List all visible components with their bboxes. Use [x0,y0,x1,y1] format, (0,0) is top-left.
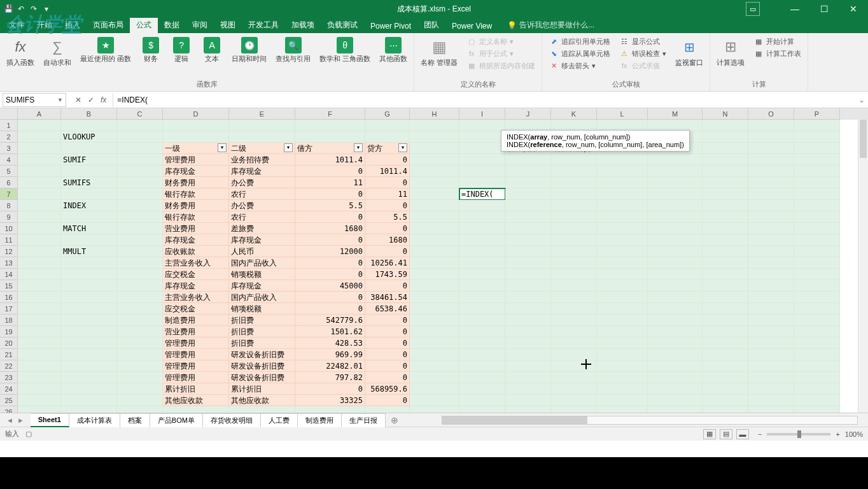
expand-formula-icon[interactable]: ⌄ [855,96,868,104]
cell-F19[interactable]: 1501.62 [295,326,365,337]
cell-C22[interactable] [117,360,163,372]
sheet-tab[interactable]: 产品BOM单 [150,413,203,427]
cell-M17[interactable] [648,303,703,315]
cell-L15[interactable] [597,280,648,292]
cell-N5[interactable] [703,166,748,177]
filter-dropdown-icon[interactable]: ▾ [354,143,363,152]
cell-P6[interactable] [794,177,840,188]
cell-G15[interactable]: 0 [365,280,410,292]
cell-M23[interactable] [648,372,703,383]
cell-N21[interactable] [703,349,748,360]
cell-D6[interactable]: 财务费用 [163,177,229,188]
cell-G24[interactable]: 568959.6 [365,383,410,395]
calc-sheet-button[interactable]: ▦计算工作表 [751,48,804,59]
cell-H15[interactable] [410,280,459,292]
cell-B25[interactable] [61,395,117,406]
row-header[interactable]: 2 [0,131,18,143]
cell-J6[interactable] [505,177,551,188]
cell-F2[interactable] [295,131,365,143]
cell-F1[interactable] [295,120,365,131]
row-header[interactable]: 12 [0,246,18,257]
cell-I10[interactable] [459,223,505,234]
row-header[interactable]: 22 [0,360,18,372]
cell-E4[interactable]: 业务招待费 [229,154,295,166]
cell-A23[interactable] [18,372,61,383]
cell-M24[interactable] [648,383,703,395]
cell-P26[interactable] [794,406,840,413]
cell-O12[interactable] [748,246,794,257]
cell-G19[interactable]: 0 [365,326,410,337]
cell-I13[interactable] [459,257,505,269]
cell-M8[interactable] [648,200,703,211]
cell-E19[interactable]: 折旧费 [229,326,295,337]
cell-L19[interactable] [597,326,648,337]
cell-P16[interactable] [794,292,840,303]
cell-P13[interactable] [794,257,840,269]
tab-file[interactable]: 文件 [3,17,31,33]
cell-F17[interactable]: 0 [295,303,365,315]
cell-J8[interactable] [505,200,551,211]
cell-K25[interactable] [551,395,597,406]
row-header[interactable]: 25 [0,395,18,406]
cell-F14[interactable]: 0 [295,269,365,280]
cell-F5[interactable]: 0 [295,166,365,177]
cell-G14[interactable]: 1743.59 [365,269,410,280]
cell-D12[interactable]: 应收账款 [163,246,229,257]
cell-P18[interactable] [794,315,840,326]
row-header[interactable]: 21 [0,349,18,360]
cell-B1[interactable] [61,120,117,131]
cell-G21[interactable]: 0 [365,349,410,360]
view-break-icon[interactable]: ▬ [736,429,749,439]
cell-H6[interactable] [410,177,459,188]
cell-B18[interactable] [61,315,117,326]
cell-M19[interactable] [648,326,703,337]
cell-G10[interactable]: 0 [365,223,410,234]
cell-J10[interactable] [505,223,551,234]
cell-L10[interactable] [597,223,648,234]
cell-N1[interactable] [703,120,748,131]
cell-A11[interactable] [18,234,61,246]
cell-L24[interactable] [597,383,648,395]
cell-K18[interactable] [551,315,597,326]
cell-L16[interactable] [597,292,648,303]
cell-O8[interactable] [748,200,794,211]
error-check-button[interactable]: ⚠错误检查 ▾ [617,48,669,59]
cell-H12[interactable] [410,246,459,257]
cell-C11[interactable] [117,234,163,246]
cell-L18[interactable] [597,315,648,326]
cell-H3[interactable] [410,143,459,154]
cell-N13[interactable] [703,257,748,269]
cell-M7[interactable] [648,188,703,200]
insert-function-button[interactable]: fx插入函数 [4,36,37,68]
cell-D17[interactable]: 应交税金 [163,303,229,315]
sheet-tab[interactable]: 生产日报 [342,413,386,427]
cell-J14[interactable] [505,269,551,280]
lookup-button[interactable]: 🔍查找与引用 [273,36,313,64]
cell-J23[interactable] [505,372,551,383]
col-header[interactable]: O [748,108,794,120]
filter-dropdown-icon[interactable]: ▾ [218,143,227,152]
row-header[interactable]: 26 [0,406,18,413]
cell-L8[interactable] [597,200,648,211]
cell-A8[interactable] [18,200,61,211]
cell-B13[interactable] [61,257,117,269]
cell-K5[interactable] [551,166,597,177]
cell-H21[interactable] [410,349,459,360]
vertical-scrollbar[interactable] [858,120,868,413]
cell-C6[interactable] [117,177,163,188]
col-header[interactable]: I [459,108,505,120]
cell-A14[interactable] [18,269,61,280]
row-header[interactable]: 1 [0,120,18,131]
cell-H7[interactable] [410,188,459,200]
cell-J24[interactable] [505,383,551,395]
cell-E23[interactable]: 研发设备折旧费 [229,372,295,383]
cell-I25[interactable] [459,395,505,406]
cell-P22[interactable] [794,360,840,372]
cell-H13[interactable] [410,257,459,269]
cell-D21[interactable]: 管理费用 [163,349,229,360]
cell-A26[interactable] [18,406,61,413]
cell-A2[interactable] [18,131,61,143]
cell-D3[interactable]: 一级▾ [163,143,229,154]
cell-O21[interactable] [748,349,794,360]
cell-P7[interactable] [794,188,840,200]
